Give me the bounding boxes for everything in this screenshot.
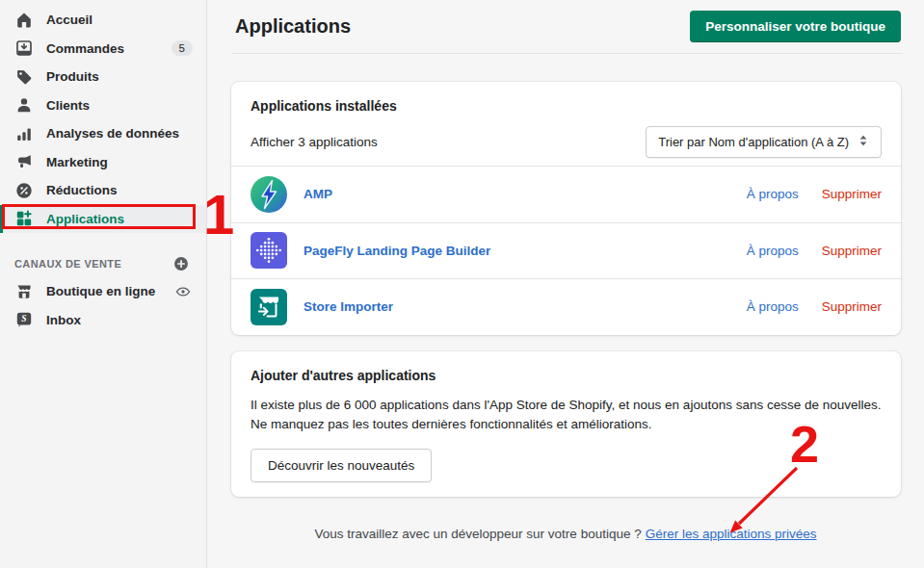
footer: Vous travaillez avec un développeur sur … [207,527,924,541]
inbox-icon: S [14,310,34,329]
view-store-eye-icon[interactable] [173,282,193,301]
svg-text:S: S [21,315,26,324]
header-divider [231,53,903,54]
installed-apps-title: Applications installées [251,98,882,114]
discover-novelties-button[interactable]: Découvrir les nouveautés [251,449,432,482]
sidebar-item-analyses[interactable]: Analyses de données [0,119,206,148]
app-row-amp: AMP À propos Supprimer [231,166,901,222]
sidebar-item-label: Produits [46,69,99,84]
sidebar-item-produits[interactable]: Produits [0,63,206,91]
person-icon [14,95,34,115]
installed-apps-card: Applications installées Afficher 3 appli… [231,82,901,335]
app-name-link[interactable]: AMP [304,187,332,201]
pagefly-app-icon [251,232,287,269]
installed-apps-card-head: Applications installées Afficher 3 appli… [231,82,901,166]
discover-apps-body: Il existe plus de 6 000 applications dan… [251,396,882,435]
sidebar-item-applications[interactable]: Applications [0,205,206,234]
app-name-link[interactable]: Store Importer [304,299,393,314]
about-link[interactable]: À propos [747,244,799,258]
remove-link[interactable]: Supprimer [822,187,882,201]
customize-store-button[interactable]: Personnaliser votre boutique [690,11,901,42]
sidebar-item-label: Analyses de données [46,126,179,141]
sidebar-item-label: Clients [46,98,90,113]
app-row-store-importer: Store Importer À propos Supprimer [231,278,901,335]
installed-apps-controls: Afficher 3 applications Trier par Nom d'… [251,126,882,166]
main-content: Applications Personnaliser votre boutiqu… [207,0,924,568]
sidebar-item-label: Réductions [46,183,118,197]
discover-apps-title: Ajouter d'autres applications [251,368,882,383]
sidebar-item-label: Inbox [46,313,81,327]
amp-app-icon [251,176,287,213]
app-name-link[interactable]: PageFly Landing Page Builder [304,244,490,258]
footer-question: Vous travaillez avec un développeur sur … [314,527,641,541]
remove-link[interactable]: Supprimer [822,244,882,258]
bar-chart-icon [14,124,34,143]
sales-channels-title: CANAUX DE VENTE [14,258,121,270]
sidebar-item-label: Boutique en ligne [46,284,155,298]
sales-channels-section: CANAUX DE VENTE [0,250,206,277]
discount-icon [14,181,34,200]
megaphone-icon [14,152,34,171]
manage-private-apps-link[interactable]: Gérer les applications privées [646,527,817,541]
sidebar-item-label: Applications [46,212,124,226]
tag-icon [14,67,34,87]
add-channel-icon[interactable] [172,254,191,273]
sidebar-item-clients[interactable]: Clients [0,91,206,120]
page-title: Applications [235,15,351,38]
apps-icon [14,209,34,228]
orders-icon [14,39,34,58]
updown-caret-icon [858,134,869,150]
store-importer-app-icon [251,289,287,325]
sidebar-item-label: Accueil [46,13,92,27]
remove-link[interactable]: Supprimer [822,299,882,314]
apps-count-label: Afficher 3 applications [251,135,378,149]
sort-select-value: Trier par Nom d'application (A à Z) [658,135,849,149]
sidebar-item-commandes[interactable]: Commandes 5 [0,35,206,64]
sidebar-item-label: Commandes [46,41,124,56]
sidebar: Accueil Commandes 5 Produits Clients [0,0,207,568]
discover-apps-card: Ajouter d'autres applications Il existe … [231,351,901,498]
sidebar-item-marketing[interactable]: Marketing [0,148,206,177]
sidebar-item-reductions[interactable]: Réductions [0,176,206,205]
sidebar-item-label: Marketing [46,155,108,169]
orders-count-badge: 5 [172,40,193,56]
shopify-admin-screen: Accueil Commandes 5 Produits Clients [0,0,924,568]
about-link[interactable]: À propos [747,187,799,201]
sidebar-item-accueil[interactable]: Accueil [0,6,206,35]
storefront-icon [14,282,34,301]
about-link[interactable]: À propos [747,299,799,314]
sidebar-item-boutique-en-ligne[interactable]: Boutique en ligne [0,277,206,306]
page-header: Applications Personnaliser votre boutiqu… [207,0,924,42]
sort-select[interactable]: Trier par Nom d'application (A à Z) [646,126,882,158]
app-row-pagefly: PageFly Landing Page Builder À propos Su… [231,222,901,279]
sidebar-item-inbox[interactable]: S Inbox [0,306,206,335]
home-icon [14,11,34,30]
